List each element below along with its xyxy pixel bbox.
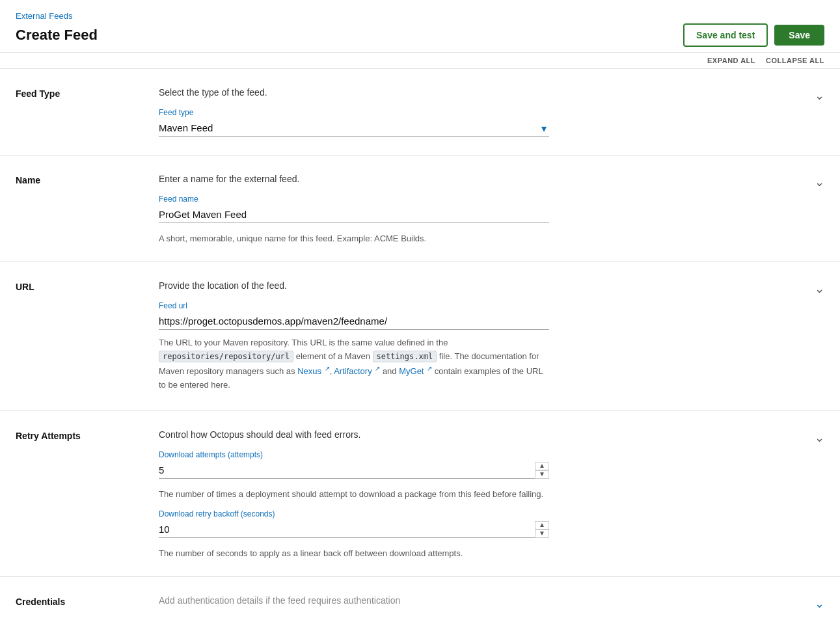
retry-toggle: ⌄: [804, 429, 824, 558]
url-desc-prefix: The URL to your Maven repository. This U…: [159, 338, 448, 347]
download-attempts-increment[interactable]: ▲: [535, 462, 549, 470]
nexus-link[interactable]: Nexus ↗: [297, 366, 329, 376]
retry-backoff-label: Download retry backoff (seconds): [159, 509, 804, 518]
page-container: External Feeds Create Feed Save and test…: [0, 0, 840, 618]
feed-type-select[interactable]: Maven Feed NuGet Feed npm Feed Docker Fe…: [159, 120, 549, 137]
section-content-name: Enter a name for the external feed. Feed…: [159, 174, 804, 243]
feed-url-input[interactable]: https://proget.octopusdemos.app/maven2/f…: [159, 313, 549, 330]
section-label-col-feed-type: Feed Type: [16, 87, 159, 137]
url-description: Provide the location of the feed.: [159, 280, 804, 291]
url-description-detail: The URL to your Maven repository. This U…: [159, 336, 549, 392]
download-attempts-wrapper: 5 ▲ ▼: [159, 462, 549, 479]
retry-backoff-decrement[interactable]: ▼: [535, 530, 549, 538]
name-label: Name: [16, 175, 159, 185]
feed-name-hint: A short, memorable, unique name for this…: [159, 234, 804, 243]
section-feed-type: Feed Type Select the type of the feed. F…: [0, 69, 840, 155]
url-desc-middle: element of a Maven: [296, 351, 373, 361]
myget-link[interactable]: MyGet ↗: [399, 366, 432, 376]
url-toggle: ⌄: [804, 280, 824, 392]
section-retry-attempts: Retry Attempts Control how Octopus shoul…: [0, 411, 840, 577]
retry-label: Retry Attempts: [16, 431, 159, 441]
header-row: Create Feed Save and test Save: [16, 23, 824, 47]
url-collapse-icon[interactable]: ⌄: [815, 282, 824, 296]
feed-type-field-label: Feed type: [159, 108, 804, 117]
section-label-col-name: Name: [16, 174, 159, 243]
section-credentials-inner: Credentials Add authentication details i…: [0, 577, 840, 618]
artifactory-link[interactable]: Artifactory ↗: [334, 366, 380, 376]
feed-type-label: Feed Type: [16, 88, 159, 99]
retry-collapse-icon[interactable]: ⌄: [815, 431, 824, 445]
retry-backoff-increment[interactable]: ▲: [535, 521, 549, 530]
section-label-col-credentials: Credentials: [16, 595, 159, 611]
retry-description: Control how Octopus should deal with fee…: [159, 429, 804, 440]
name-collapse-icon[interactable]: ⌄: [815, 175, 824, 189]
credentials-description: Add authentication details if the feed r…: [159, 595, 804, 606]
save-button[interactable]: Save: [774, 25, 824, 46]
download-attempts-label: Download attempts (attempts): [159, 450, 804, 459]
feed-name-input[interactable]: ProGet Maven Feed: [159, 206, 549, 223]
feed-type-collapse-icon[interactable]: ⌄: [815, 88, 824, 103]
retry-backoff-input[interactable]: 10: [159, 521, 549, 538]
page-title: Create Feed: [16, 27, 98, 44]
header-buttons: Save and test Save: [683, 23, 824, 47]
download-attempts-spinner: ▲ ▼: [535, 462, 549, 479]
section-feed-type-inner: Feed Type Select the type of the feed. F…: [0, 69, 840, 155]
url-label: URL: [16, 282, 159, 292]
feed-name-field-label: Feed name: [159, 195, 804, 204]
section-label-col-url: URL: [16, 280, 159, 392]
retry-backoff-spinner: ▲ ▼: [535, 521, 549, 538]
section-content-feed-type: Select the type of the feed. Feed type M…: [159, 87, 804, 137]
breadcrumb[interactable]: External Feeds: [16, 11, 72, 21]
credentials-toggle: ⌄: [804, 595, 824, 611]
section-content-retry: Control how Octopus should deal with fee…: [159, 429, 804, 558]
myget-external-icon: ↗: [427, 365, 432, 372]
section-content-credentials: Add authentication details if the feed r…: [159, 595, 804, 611]
section-url-inner: URL Provide the location of the feed. Fe…: [0, 262, 840, 410]
page-header: External Feeds Create Feed Save and test…: [0, 0, 840, 53]
feed-type-description: Select the type of the feed.: [159, 87, 804, 98]
url-code-badge-1: repositories/repository/url: [159, 351, 293, 362]
download-attempts-input[interactable]: 5: [159, 462, 549, 479]
feed-type-toggle: ⌄: [804, 87, 824, 137]
section-credentials: Credentials Add authentication details i…: [0, 577, 840, 618]
download-attempts-hint: The number of times a deployment should …: [159, 489, 804, 499]
url-code-badge-2: settings.xml: [373, 351, 437, 362]
name-toggle: ⌄: [804, 174, 824, 243]
nexus-external-icon: ↗: [325, 365, 330, 372]
feed-type-select-wrapper: Maven Feed NuGet Feed npm Feed Docker Fe…: [159, 120, 549, 137]
section-retry-inner: Retry Attempts Control how Octopus shoul…: [0, 411, 840, 576]
artifactory-external-icon: ↗: [375, 365, 380, 372]
feed-url-field-label: Feed url: [159, 301, 804, 310]
section-name: Name Enter a name for the external feed.…: [0, 155, 840, 262]
section-name-inner: Name Enter a name for the external feed.…: [0, 155, 840, 262]
save-and-test-button[interactable]: Save and test: [683, 23, 768, 47]
expand-all-button[interactable]: EXPAND ALL: [707, 57, 755, 64]
credentials-expand-icon[interactable]: ⌄: [815, 597, 824, 611]
section-label-col-retry: Retry Attempts: [16, 429, 159, 558]
url-and-text: and: [383, 366, 399, 376]
expand-collapse-row: EXPAND ALL COLLAPSE ALL: [0, 53, 840, 69]
retry-backoff-wrapper: 10 ▲ ▼: [159, 521, 549, 538]
section-content-url: Provide the location of the feed. Feed u…: [159, 280, 804, 392]
retry-backoff-hint: The number of seconds to apply as a line…: [159, 548, 804, 558]
section-url: URL Provide the location of the feed. Fe…: [0, 262, 840, 411]
credentials-label: Credentials: [16, 597, 159, 607]
download-attempts-decrement[interactable]: ▼: [535, 470, 549, 479]
name-description: Enter a name for the external feed.: [159, 174, 804, 184]
collapse-all-button[interactable]: COLLAPSE ALL: [766, 57, 824, 64]
